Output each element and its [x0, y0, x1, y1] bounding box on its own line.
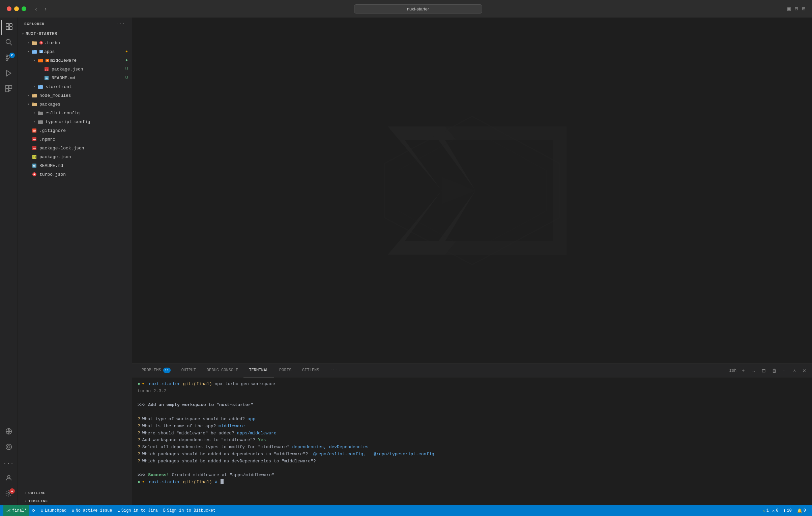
- q5-line: ? Select all dependencies types to modif…: [138, 444, 807, 451]
- sidebar: EXPLORER ··· ▾ NUXT-STARTER ›: [18, 18, 132, 505]
- sidebar-more-icon[interactable]: ···: [115, 21, 125, 27]
- tree-item-apps[interactable]: ▾ A apps ●: [18, 47, 132, 56]
- tree-item-middleware[interactable]: ▾ M middleware ●: [18, 56, 132, 65]
- warning-icon: ⚠: [763, 508, 765, 513]
- svg-point-17: [8, 492, 10, 494]
- split-terminal-button[interactable]: ⊟: [760, 367, 767, 374]
- back-button[interactable]: ‹: [33, 4, 39, 14]
- maximize-button[interactable]: [22, 6, 26, 11]
- outline-section[interactable]: › OUTLINE: [18, 489, 132, 497]
- layout-icon[interactable]: ⊟: [795, 5, 798, 12]
- forward-button[interactable]: ›: [42, 4, 49, 14]
- tree-item-npmrc[interactable]: npm .npmrc: [18, 135, 132, 144]
- q1-answer: app: [248, 416, 255, 423]
- tree-item-middleware-package[interactable]: { } package.json U: [18, 65, 132, 74]
- packages-label: packages: [39, 102, 60, 107]
- turbo-folder-icon: [31, 39, 38, 46]
- activity-settings[interactable]: 1: [1, 487, 16, 502]
- terminal-body[interactable]: ● ➜ nuxt-starter git:(final) npx turbo g…: [132, 377, 812, 505]
- status-jira[interactable]: ⊠ No active issue: [69, 505, 115, 516]
- cursor: [221, 479, 224, 484]
- tree-item-typescript[interactable]: › typescript-config: [18, 117, 132, 126]
- tab-gitlens[interactable]: GITLENS: [297, 364, 324, 377]
- minimize-button[interactable]: [14, 6, 19, 11]
- status-launchpad[interactable]: ⊞ Launchpad: [38, 505, 69, 516]
- tab-problems[interactable]: PROBLEMS 11: [136, 364, 176, 377]
- node-modules-label: node_modules: [39, 93, 71, 98]
- tree-item-eslint[interactable]: › eslint-config: [18, 109, 132, 117]
- q5-answer: dependencies, devDependencies: [292, 444, 369, 451]
- status-notifications[interactable]: 🔔 0: [794, 505, 809, 516]
- svg-point-15: [7, 446, 10, 448]
- tab-terminal[interactable]: TERMINAL: [243, 364, 274, 377]
- editor-area: PROBLEMS 11 OUTPUT DEBUG CONSOLE TERMINA…: [132, 18, 812, 505]
- activity-accounts[interactable]: [1, 471, 16, 486]
- error-count: 0: [776, 508, 778, 513]
- sidebar-icon[interactable]: ▣: [787, 5, 791, 12]
- close-panel-button[interactable]: ✕: [801, 367, 808, 374]
- activity-bar: 2 ···: [0, 18, 18, 505]
- turbo-json-label: turbo.json: [39, 172, 66, 177]
- tree-item-node-modules[interactable]: › node_modules: [18, 91, 132, 100]
- middleware-readme-badge: U: [125, 76, 132, 80]
- tree-root[interactable]: ▾ NUXT-STARTER: [18, 30, 132, 38]
- maximize-panel-button[interactable]: ∧: [791, 367, 798, 374]
- tree-item-turbo[interactable]: › T .turbo: [18, 38, 132, 47]
- status-git-branch[interactable]: ⎇ final*: [3, 505, 29, 516]
- ports-label: PORTS: [279, 368, 291, 373]
- activity-more[interactable]: ···: [1, 456, 16, 471]
- tree-item-middleware-readme[interactable]: MD README.md U: [18, 74, 132, 82]
- bitbucket-label: Sign in to Bitbucket: [167, 508, 215, 513]
- tab-more-label: ···: [330, 368, 338, 373]
- status-info[interactable]: ℹ 10: [781, 505, 794, 516]
- activity-gitlens[interactable]: [1, 440, 16, 455]
- packages-arrow: ▾: [26, 102, 31, 106]
- typescript-label: typescript-config: [46, 119, 90, 124]
- status-bitbucket[interactable]: B Sign in to Bitbucket: [161, 505, 218, 516]
- trash-terminal-button[interactable]: 🗑: [770, 367, 778, 374]
- package-json-icon: { }: [43, 66, 50, 73]
- q3-answer: apps/middleware: [237, 430, 277, 437]
- editor-content: [132, 18, 812, 364]
- tree-item-turbo-json[interactable]: turbo.json: [18, 170, 132, 179]
- activity-source-control[interactable]: 2: [1, 51, 16, 66]
- activity-explorer[interactable]: [1, 20, 16, 35]
- q6-line: ? Which packages should be added as depe…: [138, 451, 807, 458]
- more-icon: ···: [3, 460, 14, 466]
- tab-output[interactable]: OUTPUT: [176, 364, 201, 377]
- terminal-chevron-button[interactable]: ⌄: [750, 367, 757, 374]
- tree-item-gitignore[interactable]: GIT .gitignore: [18, 126, 132, 135]
- new-terminal-button[interactable]: ＋: [739, 367, 747, 374]
- timeline-label: TIMELINE: [28, 499, 48, 503]
- terminal-more-button[interactable]: ···: [781, 367, 788, 374]
- svg-rect-10: [5, 85, 8, 88]
- timeline-section[interactable]: › TIMELINE: [18, 497, 132, 505]
- tree-item-packages[interactable]: ▾ packages: [18, 100, 132, 109]
- tree-item-package-lock[interactable]: npm package-lock.json: [18, 144, 132, 152]
- status-sync[interactable]: ⟳: [29, 505, 38, 516]
- tree-item-storefront[interactable]: › storefront: [18, 82, 132, 91]
- apps-arrow: ▾: [26, 50, 31, 54]
- tab-more[interactable]: ···: [325, 364, 343, 377]
- terminal-version-line: turbo 2.3.2: [138, 388, 807, 395]
- q6-answer2: @repo/typescript-config: [374, 451, 434, 458]
- status-sign-jira[interactable]: ☁ Sign in to Jira: [115, 505, 161, 516]
- launchpad-icon: ⊞: [41, 508, 43, 513]
- final-arrow: ➜: [142, 479, 144, 486]
- activity-remote[interactable]: [1, 425, 16, 440]
- q3-text: Where should "middleware" be added?: [142, 430, 237, 437]
- tree-item-root-readme[interactable]: MD README.md: [18, 161, 132, 170]
- terminal-tab-actions: zsh ＋ ⌄ ⊟ 🗑 ··· ∧ ✕: [729, 367, 808, 374]
- tree-item-root-package[interactable]: { } package.json: [18, 152, 132, 161]
- status-warnings[interactable]: ⚠ 1 ✕ 0: [760, 505, 781, 516]
- split-icon[interactable]: ⊞: [802, 5, 805, 12]
- tab-ports[interactable]: PORTS: [274, 364, 297, 377]
- apps-badge-icon: A: [39, 48, 44, 55]
- tab-debug[interactable]: DEBUG CONSOLE: [201, 364, 244, 377]
- search-bar[interactable]: [354, 4, 482, 13]
- activity-search[interactable]: [1, 36, 16, 51]
- close-button[interactable]: [7, 6, 11, 11]
- activity-extensions[interactable]: [1, 82, 16, 97]
- activity-run[interactable]: [1, 67, 16, 82]
- final-git: git:(final): [183, 479, 215, 486]
